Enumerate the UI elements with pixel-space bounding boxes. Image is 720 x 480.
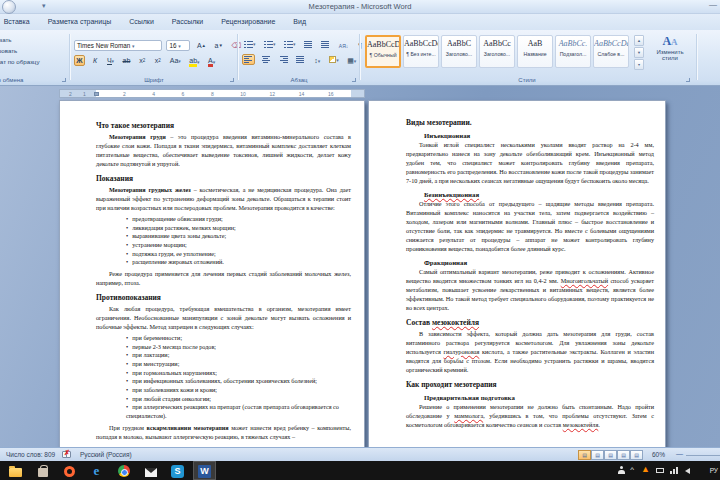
style-gallery: AaBbCcDc¶ ОбычныйAaBbCcDc¶ Без инте...Aa… bbox=[365, 35, 629, 68]
group-separator bbox=[696, 34, 697, 80]
ruler-number: 10 bbox=[240, 91, 246, 97]
indent-marker-icon[interactable] bbox=[94, 92, 99, 96]
style-gallery-scroll[interactable]: ▲▼▾ bbox=[634, 35, 644, 68]
numbering-button[interactable]: ▾ bbox=[262, 39, 278, 50]
tab-Рецензирование[interactable]: Рецензирование bbox=[212, 15, 284, 30]
bullets-button[interactable]: ▾ bbox=[242, 39, 258, 50]
taskbar: eSW ^ ▲ РУ bbox=[0, 461, 720, 480]
style-chip[interactable]: AaBbCcDc¶ Обычный bbox=[365, 35, 401, 68]
ruler-number: 2 bbox=[123, 91, 126, 97]
network-icon[interactable] bbox=[670, 467, 678, 474]
outline-view-button[interactable]: ▤ bbox=[617, 450, 630, 460]
line-spacing-button[interactable]: ↕▾ bbox=[312, 55, 323, 66]
draft-view-button[interactable]: ▤ bbox=[630, 450, 643, 460]
paragraph: Реже процедура применяется для лечения п… bbox=[96, 270, 351, 288]
store-icon[interactable] bbox=[35, 463, 50, 478]
style-label: Название bbox=[518, 51, 552, 57]
chrome-icon[interactable] bbox=[116, 463, 131, 478]
subscript-button[interactable]: x2 bbox=[137, 55, 148, 66]
tab-Вид[interactable]: Вид bbox=[284, 15, 315, 30]
copy-button[interactable]: Копировать bbox=[0, 47, 17, 54]
edge-icon[interactable]: e bbox=[89, 463, 104, 478]
language-tray[interactable]: РУ bbox=[710, 467, 718, 474]
italic-button[interactable]: К bbox=[89, 55, 100, 66]
change-styles-button[interactable]: АА Изменить стили bbox=[650, 34, 690, 61]
bold-button[interactable]: Ж bbox=[74, 55, 85, 66]
superscript-button[interactable]: x2 bbox=[152, 55, 163, 66]
volume-icon[interactable] bbox=[685, 468, 690, 474]
battery-icon[interactable] bbox=[656, 468, 664, 473]
show-hidden-icons-chevron[interactable]: ^ bbox=[630, 465, 634, 474]
align-left-button[interactable] bbox=[242, 54, 255, 65]
multilevel-list-button[interactable]: ▾ bbox=[282, 39, 298, 50]
word-window: ▾ Мезотерапия - Microsoft Word — Главная… bbox=[0, 0, 720, 480]
align-center-button[interactable] bbox=[259, 54, 272, 65]
full-screen-reading-view-button[interactable]: ▤ bbox=[591, 450, 604, 460]
file-explorer-icon[interactable] bbox=[8, 463, 23, 478]
justify-button[interactable] bbox=[294, 54, 307, 65]
increase-indent-button[interactable] bbox=[319, 39, 332, 50]
word-icon[interactable]: W bbox=[197, 463, 212, 478]
document-page-2[interactable]: Виды мезотерапии.ИнъекционнаяТонкой игло… bbox=[368, 100, 666, 447]
tab-Разметка страницы[interactable]: Разметка страницы bbox=[39, 15, 121, 30]
style-chip[interactable]: AaBbCЗаголово... bbox=[441, 35, 477, 68]
style-chip[interactable]: AaBbCcDc¶ Без инте... bbox=[403, 35, 439, 68]
scroll-down-icon: ▼ bbox=[634, 47, 644, 58]
view-shortcuts: ▤▤▤▤▤ bbox=[578, 450, 643, 460]
list-item: •предотвращение обвисания груди; bbox=[126, 215, 351, 224]
tab-Ссылки[interactable]: Ссылки bbox=[120, 15, 163, 30]
clipboard-dialog-launcher-icon[interactable] bbox=[62, 78, 66, 82]
align-right-button[interactable] bbox=[277, 54, 290, 65]
web-layout-view-button[interactable]: ▤ bbox=[604, 450, 617, 460]
word-count[interactable]: Число слов: 809 bbox=[6, 451, 55, 458]
style-chip[interactable]: AaBbCcDaСлабое в... bbox=[593, 35, 629, 68]
zoom-out-button[interactable]: — bbox=[676, 450, 683, 457]
mail-icon[interactable] bbox=[143, 463, 158, 478]
list-item: •при гормональных нарушениях; bbox=[126, 369, 351, 378]
paragraph: Самый оптимальный вариант мезотерапии, р… bbox=[406, 268, 654, 313]
font-color-button[interactable]: А▾ bbox=[206, 57, 217, 68]
tab-Рассылки[interactable]: Рассылки bbox=[163, 15, 212, 30]
heading: Предварительная подготовка bbox=[424, 394, 654, 401]
heading: Что такое мезотерапия bbox=[96, 121, 351, 130]
ribbon: Вставить Вырезать Копировать Формат по о… bbox=[0, 30, 720, 86]
style-chip[interactable]: AaBbCcЗаголово... bbox=[479, 35, 515, 68]
font-dialog-launcher-icon[interactable] bbox=[230, 78, 234, 82]
borders-button[interactable]: ▦▾ bbox=[345, 56, 358, 67]
heading: Виды мезотерапии. bbox=[406, 118, 654, 127]
highlight-color-button[interactable]: ab▾ bbox=[187, 57, 201, 68]
paragraph-dialog-launcher-icon[interactable] bbox=[352, 78, 356, 82]
list-item: •первые 2-3 месяца после родов; bbox=[126, 343, 351, 352]
skype-icon[interactable]: S bbox=[170, 463, 185, 478]
paragraph: Мезотерапия грудных желез – косметическа… bbox=[96, 186, 351, 213]
zoom-slider[interactable] bbox=[686, 455, 720, 456]
style-preview: AaBbCcDc bbox=[404, 39, 438, 48]
style-chip[interactable]: AaBbCc.Подзагол... bbox=[555, 35, 591, 68]
cut-button[interactable]: Вырезать bbox=[0, 36, 12, 43]
shading-button[interactable]: ▾ bbox=[327, 54, 341, 65]
strikethrough-button[interactable]: ab bbox=[121, 55, 133, 66]
window-title: Мезотерапия - Microsoft Word bbox=[0, 2, 720, 11]
tab-Вставка[interactable]: Вставка bbox=[0, 15, 39, 30]
document-page-1[interactable]: Что такое мезотерапияМезотерапия груди –… bbox=[59, 100, 365, 447]
styles-group-label: Стили bbox=[362, 77, 692, 83]
underline-button[interactable]: Ч▾ bbox=[105, 56, 116, 67]
styles-dialog-launcher-icon[interactable] bbox=[686, 78, 690, 82]
proofing-errors-icon[interactable]: ✗ bbox=[62, 450, 72, 459]
zoom-level[interactable]: 60% bbox=[652, 451, 665, 458]
style-chip[interactable]: AaBНазвание bbox=[517, 35, 553, 68]
print-layout-view-button[interactable]: ▤ bbox=[578, 450, 591, 460]
antivirus-icon[interactable]: ▲ bbox=[641, 464, 650, 474]
style-preview: AaB bbox=[518, 39, 552, 48]
change-case-button[interactable]: Аа▾ bbox=[168, 55, 183, 66]
minimize-button[interactable]: — bbox=[709, 0, 717, 9]
heading: Показания bbox=[96, 174, 351, 183]
language-indicator[interactable]: Русский (Россия) bbox=[80, 451, 132, 458]
gallery-expand-icon: ▾ bbox=[634, 59, 644, 70]
horizontal-ruler[interactable]: 21246810121416 bbox=[59, 89, 365, 98]
format-painter-button[interactable]: Формат по образцу bbox=[0, 58, 39, 65]
ruler-number: 4 bbox=[152, 91, 155, 97]
opera-icon[interactable] bbox=[62, 463, 77, 478]
decrease-indent-button[interactable] bbox=[302, 39, 315, 50]
list-item: •при лактации; bbox=[126, 351, 351, 360]
